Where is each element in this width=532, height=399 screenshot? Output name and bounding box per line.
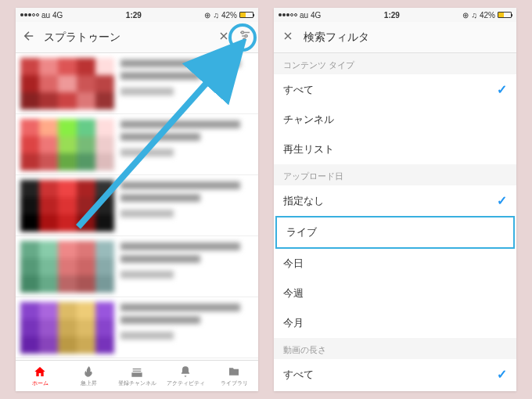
section-upload-date-label: アップロード日 <box>274 164 516 185</box>
alarm-icon: ⊕ <box>462 11 469 20</box>
video-thumbnail <box>20 58 114 110</box>
tab-activity[interactable]: アクティビティ <box>161 361 210 391</box>
phone-left-search-results: au 4G 1:29 ⊕ ♫ 42% スプラトゥーン <box>16 8 258 391</box>
option-label: 今月 <box>283 316 304 330</box>
tab-trending[interactable]: 急上昇 <box>64 361 113 391</box>
option-label: 指定なし <box>283 194 324 208</box>
close-icon[interactable] <box>282 30 294 45</box>
filter-sections[interactable]: コンテンツ タイプ すべて ✓ チャンネル 再生リスト アップロード日 指定なし… <box>274 53 516 390</box>
tab-label: ライブラリ <box>221 379 248 387</box>
headphones-icon: ♫ <box>213 11 219 20</box>
clear-icon[interactable] <box>217 30 230 45</box>
filter-option-all[interactable]: すべて ✓ <box>274 74 516 105</box>
check-icon: ✓ <box>497 193 507 208</box>
option-label: チャンネル <box>283 113 334 127</box>
filter-option-today[interactable]: 今日 <box>274 249 516 279</box>
search-input[interactable]: スプラトゥーン <box>44 31 210 45</box>
result-item[interactable] <box>16 297 258 358</box>
tab-label: ホーム <box>32 379 49 387</box>
svg-point-2 <box>243 38 246 41</box>
tab-label: アクティビティ <box>167 379 205 387</box>
filter-option-duration-all[interactable]: すべて ✓ <box>274 359 516 390</box>
svg-point-1 <box>245 34 247 37</box>
filter-option-live[interactable]: ライブ <box>275 216 515 249</box>
search-bar: スプラトゥーン <box>16 22 258 53</box>
back-arrow-icon[interactable] <box>22 29 36 46</box>
clock: 1:29 <box>126 11 142 20</box>
svg-point-0 <box>242 31 244 34</box>
option-label: 今週 <box>283 286 304 300</box>
tab-subscriptions[interactable]: 登録チャンネル <box>113 361 161 391</box>
battery-percent: 42% <box>480 11 495 20</box>
result-item[interactable] <box>16 114 258 175</box>
result-item[interactable] <box>16 175 258 236</box>
filter-option-playlist[interactable]: 再生リスト <box>274 135 516 164</box>
search-results-list[interactable] <box>16 53 258 360</box>
section-content-type-label: コンテンツ タイプ <box>274 53 516 74</box>
option-label: すべて <box>283 83 314 97</box>
filter-option-channel[interactable]: チャンネル <box>274 105 516 135</box>
filter-option-week[interactable]: 今週 <box>274 279 516 308</box>
headphones-icon: ♫ <box>471 11 477 20</box>
option-label: すべて <box>283 368 314 382</box>
result-item[interactable] <box>16 236 258 297</box>
status-bar: au 4G 1:29 ⊕ ♫ 42% <box>16 8 258 22</box>
tab-label: 登録チャンネル <box>118 379 156 387</box>
section-duration-label: 動画の長さ <box>274 338 516 359</box>
filter-option-month[interactable]: 今月 <box>274 308 516 338</box>
video-thumbnail <box>20 119 114 171</box>
tab-library[interactable]: ライブラリ <box>210 361 258 391</box>
option-label: 再生リスト <box>283 142 334 156</box>
phone-right-filter-panel: au 4G 1:29 ⊕ ♫ 42% 検索フィルタ コンテンツ タイプ すべて … <box>274 8 516 391</box>
result-item[interactable] <box>16 53 258 114</box>
filter-icon[interactable] <box>238 29 252 46</box>
signal-dots <box>20 13 39 16</box>
filter-option-none[interactable]: 指定なし ✓ <box>274 185 516 216</box>
filter-header: 検索フィルタ <box>274 22 516 53</box>
battery-icon <box>498 12 512 18</box>
alarm-icon: ⊕ <box>204 11 210 20</box>
signal-dots <box>279 13 297 16</box>
tab-home[interactable]: ホーム <box>16 361 64 391</box>
carrier-text: au 4G <box>41 11 63 20</box>
battery-percent: 42% <box>221 11 237 20</box>
filter-title: 検索フィルタ <box>304 31 369 45</box>
option-label: ライブ <box>286 225 317 239</box>
video-thumbnail <box>20 241 114 293</box>
status-bar: au 4G 1:29 ⊕ ♫ 42% <box>274 8 516 22</box>
battery-icon <box>239 12 253 18</box>
tab-label: 急上昇 <box>81 379 97 387</box>
clock: 1:29 <box>384 11 400 20</box>
check-icon: ✓ <box>497 367 507 382</box>
carrier-text: au 4G <box>300 11 321 20</box>
check-icon: ✓ <box>497 82 507 97</box>
video-thumbnail <box>20 302 114 354</box>
option-label: 今日 <box>283 257 304 271</box>
bottom-tab-bar: ホーム 急上昇 登録チャンネル アクティビティ ライブラリ <box>16 360 258 391</box>
video-thumbnail <box>20 180 114 232</box>
